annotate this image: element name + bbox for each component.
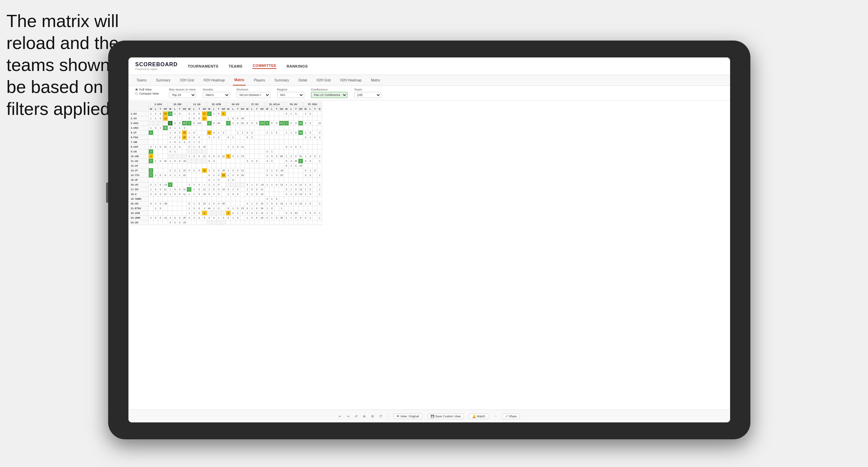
sh-ucb-l: L <box>212 107 216 112</box>
filters-bar: Full View Compact View Max teams in view… <box>128 86 730 100</box>
sh-ua-l: L <box>192 107 196 112</box>
subnav-players[interactable]: Players <box>252 75 266 85</box>
sh-ua-t: T <box>196 107 202 112</box>
sh-asu-t: T <box>158 107 163 112</box>
compact-view-option[interactable]: Compact View <box>135 92 159 95</box>
bottom-toolbar: ↩ ↪ ↺ ⊕ ⚙ ⏱ 👁 View: Original 💾 Save Cust… <box>128 410 730 422</box>
matrix-table: 3. ASU 10. UW 11. UA 22. UCB 24. UO 27. … <box>130 102 322 225</box>
logo-text: SCOREBOARD <box>135 62 178 68</box>
sh-su-l: L <box>250 107 255 112</box>
watch-button[interactable]: 🔔 Watch <box>469 414 488 419</box>
sh-su-d: Dif <box>259 107 265 112</box>
redo-button[interactable]: ↪ <box>347 415 349 418</box>
nav-teams[interactable]: TEAMS <box>228 64 242 68</box>
logo-area: SCOREBOARD Powered by clippd <box>135 62 178 71</box>
clock-button[interactable]: ⏱ <box>379 415 382 418</box>
subnav-matrix2[interactable]: Matrix <box>370 75 382 85</box>
full-view-option[interactable]: Full View <box>135 88 159 91</box>
share-icon: ↗ <box>505 415 508 418</box>
table-row: 7. UM 1010 010 <box>130 140 322 145</box>
region-select[interactable]: N/A Northeast South Midwest West <box>277 92 304 98</box>
more-button[interactable]: ⋯ <box>494 415 497 418</box>
sh-osu-d: D <box>317 107 322 112</box>
nav-items: TOURNAMENTS TEAMS COMMITTEE RANKINGS <box>188 64 308 69</box>
nav-committee[interactable]: COMMITTEE <box>252 64 276 69</box>
col-ucla: 31. UCLA <box>265 102 284 107</box>
division-select[interactable]: NCAA Division I NCAA Division II NCAA Di… <box>237 92 270 98</box>
matrix-corner <box>130 102 149 112</box>
sh-uw-w: W <box>168 107 173 112</box>
conference-select[interactable]: Pac-12 Conference (All) ACC Big Ten SEC <box>311 92 347 98</box>
subnav-h2hheatmap1[interactable]: H2H Heatmap <box>202 75 226 85</box>
table-row: 14. TTU 0106 21122 02038 12026 01029 301 <box>130 173 322 178</box>
sh-uu-w: W <box>284 107 289 112</box>
sh-ucla-w: W <box>265 107 269 112</box>
view-options: Full View Compact View <box>135 88 159 95</box>
table-row: 6. FSU 14025 100 110 01 02 0102 <box>130 135 322 140</box>
sh-ucla-l: L <box>269 107 274 112</box>
table-row: 3. ASU 04080 50120 2048 01052 600160 600… <box>130 121 322 126</box>
table-row: 4. UNC 10136 0110 <box>130 126 322 130</box>
sh-uw-d: Dif <box>182 107 187 112</box>
sh-ua-w: W <box>187 107 192 112</box>
table-row: 1. AU 12023 010 20027 0108 010 10 <box>130 112 322 116</box>
table-row: 8. UAF 01014 120 01015 11011 0101 <box>130 145 322 149</box>
col-su: 27. SU <box>245 102 265 107</box>
view-original-button[interactable]: 👁 View: Original <box>393 414 422 419</box>
subnav-matrix1[interactable]: Matrix <box>233 75 245 85</box>
sh-uu-d: Dif <box>298 107 303 112</box>
col-uo: 24. UO <box>226 102 245 107</box>
table-row: 16. UO 210-14 0 1201 110 210-16 11013 11… <box>130 182 322 187</box>
subnav-detail[interactable]: Detail <box>297 75 309 85</box>
table-row: 17. GIT 10011 10011 01011 10010 010 1001… <box>130 187 322 192</box>
max-teams-select[interactable]: Top 25 Top 10 All <box>169 92 196 98</box>
sh-asu-l: L <box>153 107 158 112</box>
sh-uo-l: L <box>231 107 235 112</box>
sh-osu-t: T <box>313 107 317 112</box>
save-custom-button[interactable]: 💾 Save Custom View <box>428 414 464 419</box>
sh-su-w: W <box>245 107 250 112</box>
table-row: 11. UA 01010 10018 03 340 32 03201 301 <box>130 159 322 164</box>
filter-team: Team (All) <box>354 88 381 98</box>
sh-ucla-t: T <box>274 107 279 112</box>
refresh-button[interactable]: ↺ <box>355 415 358 418</box>
sh-asu-w: W <box>149 107 153 112</box>
matrix-area[interactable]: 3. ASU 10. UW 11. UA 22. UCB 24. UO 27. … <box>128 100 730 410</box>
subnav-h2hgrid1[interactable]: H2H Grid <box>178 75 195 85</box>
subnav-h2hheatmap2[interactable]: H2H Heatmap <box>339 75 363 85</box>
compact-view-radio[interactable] <box>135 92 138 95</box>
tablet-screen: SCOREBOARD Powered by clippd TOURNAMENTS… <box>128 57 730 422</box>
subnav-summary2[interactable]: Summary <box>273 75 290 85</box>
table-row: 2. VU 120-12 20027 10025 <box>130 116 322 121</box>
subnav: Teams Summary H2H Grid H2H Heatmap Matri… <box>128 75 730 86</box>
settings-button[interactable]: ⚙ <box>371 415 374 418</box>
sh-ucb-w: W <box>207 107 212 112</box>
nav-tournaments[interactable]: TOURNAMENTS <box>188 64 219 68</box>
filter-max-teams: Max teams in view Top 25 Top 10 All <box>169 88 196 98</box>
full-view-radio[interactable] <box>135 88 138 91</box>
table-row: 5. UT 0 14035 10 22010 11 02 210 11040 1… <box>130 130 322 135</box>
sh-ucb-d: Dif <box>221 107 226 112</box>
gender-select[interactable]: Men's Women's <box>203 92 230 98</box>
table-row: 21. ETSU 10 1303 4410 01015 01034 101 <box>130 206 322 211</box>
share-button[interactable]: ↗ Share <box>502 414 520 419</box>
zoom-button[interactable]: ⊕ <box>363 415 366 418</box>
undo-button[interactable]: ↩ <box>339 415 341 418</box>
table-row: 24. UO 02029 <box>130 220 322 225</box>
subnav-teams[interactable]: Teams <box>135 75 148 85</box>
col-asu: 3. ASU <box>149 102 168 107</box>
team-select[interactable]: (All) <box>354 92 381 98</box>
sh-uu-t: T <box>294 107 298 112</box>
subnav-h2hgrid2[interactable]: H2H Grid <box>315 75 332 85</box>
sh-ucb-t: T <box>216 107 221 112</box>
filter-region: Region N/A Northeast South Midwest West <box>277 88 304 98</box>
logo-sub: Powered by clippd <box>135 68 178 71</box>
table-row: 15. UF 010 10 <box>130 178 322 182</box>
sh-uo-d: Dif <box>240 107 245 112</box>
sh-osu-w: W <box>303 107 308 112</box>
table-row: 22. UCB 1303 0010 10012 10 0344 1601 <box>130 211 322 216</box>
subnav-summary1[interactable]: Summary <box>154 75 172 85</box>
sh-uo-w: W <box>226 107 231 112</box>
sh-asu-d: Dif <box>163 107 168 112</box>
nav-rankings[interactable]: RANKINGS <box>287 64 308 68</box>
